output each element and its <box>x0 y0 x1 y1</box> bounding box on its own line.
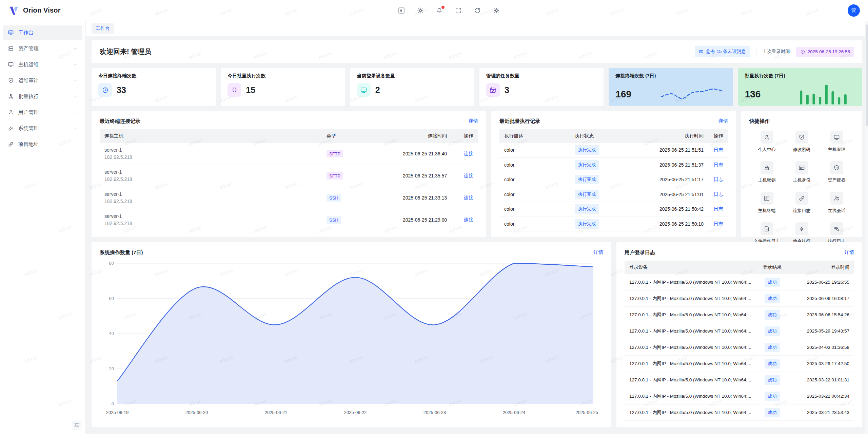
sidebar-item[interactable]: 项目地址 <box>3 137 82 151</box>
stat-card: 管理的任务数量 3 <box>479 68 604 106</box>
quick-action[interactable]: 主机管理 <box>819 131 854 153</box>
quick-action[interactable]: 执行日志 <box>819 222 854 244</box>
quick-action[interactable]: 主机身份 <box>784 161 819 183</box>
table-row: 127.0.0.1 - 内网IP - Mozilla/5.0 (Windows … <box>625 307 854 323</box>
assets-icon <box>8 45 14 52</box>
batch-7d-card: 批量执行次数 (7日) 136 <box>738 68 862 106</box>
host-icon <box>833 134 840 140</box>
status-badge: 执行完成 <box>575 145 599 155</box>
quick-action[interactable]: 修改密码 <box>784 131 819 153</box>
quick-action[interactable]: 连接日志 <box>784 192 819 214</box>
quick-action-label: 在线会话 <box>828 208 846 214</box>
svg-text:2025-06-19: 2025-06-19 <box>106 410 129 415</box>
header-actions <box>398 7 500 14</box>
login-detail-link[interactable]: 详情 <box>845 249 854 256</box>
exec-time: 2025-06-25 21:50:10 <box>626 221 704 227</box>
table-row: color 执行完成 2025-06-25 21:50:10 日志 <box>499 217 728 232</box>
login-device: 127.0.0.1 - 内网IP - Mozilla/5.0 (Windows … <box>629 410 756 416</box>
refresh-icon <box>474 7 481 14</box>
unread-messages-badge[interactable]: 您有 15 条未读消息 <box>695 46 750 57</box>
connect-link[interactable]: 连接 <box>464 173 473 178</box>
clock-icon <box>102 87 109 94</box>
connect-link[interactable]: 连接 <box>464 151 473 156</box>
status-badge: 执行完成 <box>575 219 599 229</box>
sidebar-item-label: 用户管理 <box>18 109 73 116</box>
chart-detail-link[interactable]: 详情 <box>594 249 603 256</box>
batch-icon <box>8 93 14 99</box>
log-link[interactable]: 日志 <box>714 191 723 197</box>
log-link[interactable]: 日志 <box>714 162 723 167</box>
host-ip: 182.92.5.218 <box>104 154 327 161</box>
system-operations-chart: 0204060802025-06-192025-06-202025-06-212… <box>100 259 599 418</box>
sidebar-item[interactable]: 批量执行 <box>3 89 82 103</box>
login-result-badge: 成功 <box>765 375 780 385</box>
svg-text:2025-06-24: 2025-06-24 <box>503 410 526 415</box>
svg-text:0: 0 <box>112 401 114 406</box>
exec-desc: color <box>504 206 575 212</box>
notification-dot <box>441 6 445 9</box>
host-icon <box>8 61 14 68</box>
svg-text:20: 20 <box>109 366 114 371</box>
login-device: 127.0.0.1 - 内网IP - Mozilla/5.0 (Windows … <box>629 393 756 399</box>
sidebar-item[interactable]: 工作台 <box>3 25 82 40</box>
exec-records-panel: 最近批量执行记录 详情 执行描述 执行状态 执行时间 操作 color 执行完成 <box>491 111 736 237</box>
quick-action[interactable]: 主机密钥 <box>749 161 784 183</box>
exec-time: 2025-06-25 21:51:01 <box>626 192 704 197</box>
breadcrumb-item[interactable]: 工作台 <box>92 23 114 34</box>
welcome-banner: 欢迎回来! 管理员 您有 15 条未读消息 上次登录时间 2025-06-25 … <box>92 40 862 63</box>
table-row: server-1 182.92.5.218 SFTP 2025-06-25 21… <box>100 143 478 165</box>
user-avatar[interactable]: 管 <box>848 4 860 17</box>
clock-icon <box>800 49 805 54</box>
quick-action[interactable]: 个人中心 <box>749 131 784 153</box>
quick-action[interactable]: 资产授权 <box>819 161 854 183</box>
table-row: 127.0.0.1 - 内网IP - Mozilla/5.0 (Windows … <box>625 404 854 421</box>
sidebar: 工作台 资产管理 主机运维 运维审计 批 <box>0 21 86 434</box>
last-login-time-badge: 2025-06-25 19:26:55 <box>796 47 854 57</box>
sidebar-item[interactable]: 主机运维 <box>3 57 82 72</box>
exec-desc: color <box>504 162 575 168</box>
stat-card: 今日连接终端次数 33 <box>92 68 216 106</box>
login-time: 2025-06-06 15:54:26 <box>788 312 849 317</box>
exec-detail-link[interactable]: 详情 <box>718 118 728 124</box>
quick-action[interactable]: 主机终端 <box>749 192 784 214</box>
quick-action[interactable]: 命令执行 <box>784 222 819 244</box>
quick-action[interactable]: 在线会话 <box>819 192 854 214</box>
login-device: 127.0.0.1 - 内网IP - Mozilla/5.0 (Windows … <box>629 344 756 351</box>
workbench-icon <box>8 30 14 36</box>
protocol-badge: SSH <box>327 216 341 224</box>
panel-title: 最近终端连接记录 <box>100 118 140 125</box>
top-header: Orion Visor <box>0 0 868 21</box>
user-icon <box>764 134 770 140</box>
file-icon <box>764 226 770 232</box>
audit-icon <box>833 165 840 171</box>
svg-text:2025-06-25: 2025-06-25 <box>576 410 598 415</box>
log-link[interactable]: 日志 <box>714 221 723 226</box>
idcard-icon <box>798 165 805 171</box>
users2-icon <box>833 195 840 202</box>
login-result-badge: 成功 <box>765 278 780 287</box>
connect-link[interactable]: 连接 <box>464 217 473 222</box>
sidebar-item[interactable]: 资产管理 <box>3 41 82 56</box>
status-badge: 执行完成 <box>575 160 599 170</box>
collapse-sidebar-button[interactable] <box>72 420 81 430</box>
log-link[interactable]: 日志 <box>714 206 723 211</box>
fullscreen-icon <box>455 7 462 14</box>
sidebar-item[interactable]: 系统管理 <box>3 121 82 135</box>
terminal-detail-link[interactable]: 详情 <box>469 118 478 124</box>
panel-title: 最近批量执行记录 <box>499 118 540 125</box>
exec-time: 2025-06-25 21:50:42 <box>626 206 704 212</box>
log-link[interactable]: 日志 <box>714 147 723 152</box>
quick-action[interactable]: 文件操作日志 <box>749 222 784 244</box>
log-link[interactable]: 日志 <box>714 176 723 182</box>
batch-7d-bars <box>791 83 855 106</box>
sidebar-item[interactable]: 用户管理 <box>3 105 82 119</box>
sidebar-item[interactable]: 运维审计 <box>3 73 82 88</box>
scrollbar-thumb[interactable] <box>866 24 868 126</box>
login-result-badge: 成功 <box>765 343 780 352</box>
connect-link[interactable]: 连接 <box>464 195 473 200</box>
host-ip: 182.92.5.218 <box>104 198 327 205</box>
login-log-panel: 用户登录日志 详情 登录设备 登录结果 登录时间 127.0.0.1 - 内网I… <box>616 242 862 427</box>
page-scrollbar[interactable] <box>865 21 868 434</box>
content: 欢迎回来! 管理员 您有 15 条未读消息 上次登录时间 2025-06-25 … <box>86 36 868 434</box>
table-row: server-1 182.92.5.218 SSH 2025-06-25 21:… <box>100 187 478 209</box>
